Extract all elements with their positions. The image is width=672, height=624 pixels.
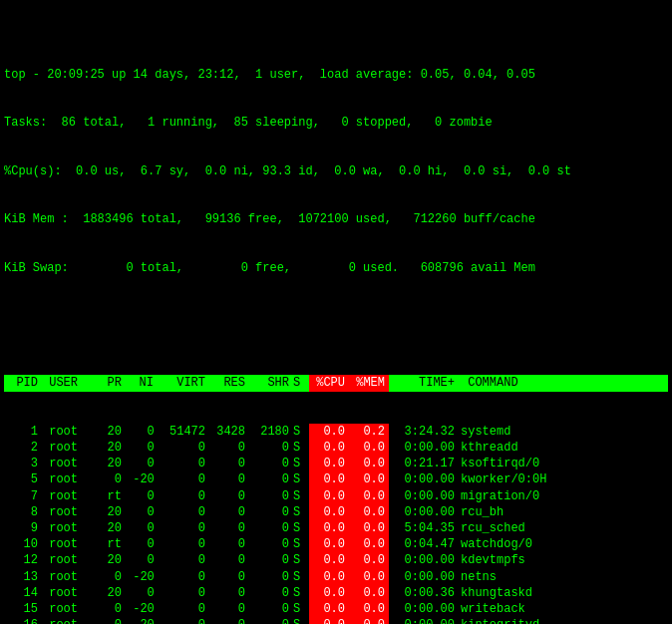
table-row: 10 rootrt 0 0 0 0S0.00.0 0:04.47watchdog…	[4, 536, 668, 552]
cell-ni: 0	[126, 424, 158, 440]
table-row: 15 root0 -20 0 0 0S0.00.0 0:00.00writeba…	[4, 601, 668, 617]
cell-cpu: 0.0	[309, 601, 349, 617]
cell-time: 0:04.47	[389, 536, 461, 552]
cell-shr: 0	[249, 520, 293, 536]
col-header-cmd: COMMAND	[461, 375, 668, 391]
cell-cmd: watchdog/0	[461, 536, 668, 552]
cell-mem: 0.0	[349, 520, 389, 536]
cell-s: S	[293, 488, 309, 504]
cell-cpu: 0.0	[309, 456, 349, 471]
cell-mem: 0.0	[349, 552, 389, 568]
table-row: 14 root20 0 0 0 0S0.00.0 0:00.36khungtas…	[4, 585, 668, 601]
col-header-ni: NI	[126, 375, 158, 391]
cell-cpu: 0.0	[309, 504, 349, 520]
cell-res: 0	[209, 504, 249, 520]
cell-pid: 14	[4, 585, 42, 601]
col-header-virt: VIRT	[158, 375, 209, 391]
cell-cpu: 0.0	[309, 536, 349, 552]
cell-s: S	[293, 456, 309, 471]
cell-mem: 0.0	[349, 617, 389, 624]
cell-time: 0:00.00	[389, 488, 461, 504]
cell-res: 0	[209, 569, 249, 585]
cell-shr: 0	[249, 488, 293, 504]
cell-res: 0	[209, 440, 249, 456]
cell-cpu: 0.0	[309, 585, 349, 601]
col-header-s: S	[293, 375, 309, 391]
cell-pr: 0	[98, 601, 126, 617]
cell-shr: 0	[249, 471, 293, 487]
cell-ni: -20	[126, 601, 158, 617]
cell-cmd: netns	[461, 569, 668, 585]
cell-mem: 0.0	[349, 601, 389, 617]
cell-time: 0:00.00	[389, 552, 461, 568]
cell-mem: 0.0	[349, 536, 389, 552]
cell-pid: 2	[4, 440, 42, 456]
cell-cmd: khungtaskd	[461, 585, 668, 601]
col-header-shr: SHR	[249, 375, 293, 391]
cell-pr: 20	[98, 585, 126, 601]
cell-user: root	[42, 440, 98, 456]
cell-cpu: 0.0	[309, 520, 349, 536]
cell-res: 0	[209, 552, 249, 568]
cell-s: S	[293, 601, 309, 617]
table-row: 1 root20 0 51472 3428 2180S0.00.2 3:24.3…	[4, 424, 668, 440]
cell-time: 3:24.32	[389, 424, 461, 440]
cell-cmd: kdevtmpfs	[461, 552, 668, 568]
cell-user: root	[42, 536, 98, 552]
cell-cpu: 0.0	[309, 569, 349, 585]
cell-virt: 0	[158, 585, 209, 601]
cell-s: S	[293, 569, 309, 585]
cell-res: 0	[209, 456, 249, 471]
cell-time: 0:00.00	[389, 504, 461, 520]
cell-virt: 0	[158, 440, 209, 456]
cell-user: root	[42, 456, 98, 471]
table-row: 3 root20 0 0 0 0S0.00.0 0:21.17ksoftirqd…	[4, 456, 668, 471]
cell-ni: 0	[126, 504, 158, 520]
cell-s: S	[293, 585, 309, 601]
cell-time: 0:00.00	[389, 440, 461, 456]
cell-ni: -20	[126, 569, 158, 585]
cell-time: 0:21.17	[389, 456, 461, 471]
cell-virt: 0	[158, 456, 209, 471]
cell-cmd: writeback	[461, 601, 668, 617]
cell-time: 0:00.00	[389, 601, 461, 617]
cell-pid: 9	[4, 520, 42, 536]
cell-ni: -20	[126, 471, 158, 487]
cell-time: 0:00.00	[389, 569, 461, 585]
cell-mem: 0.0	[349, 569, 389, 585]
cell-virt: 0	[158, 617, 209, 624]
cell-shr: 0	[249, 504, 293, 520]
cell-cpu: 0.0	[309, 488, 349, 504]
cell-pr: rt	[98, 536, 126, 552]
cell-user: root	[42, 569, 98, 585]
cell-shr: 0	[249, 536, 293, 552]
cell-virt: 0	[158, 536, 209, 552]
cell-cpu: 0.0	[309, 424, 349, 440]
cell-res: 0	[209, 585, 249, 601]
cell-mem: 0.0	[349, 456, 389, 471]
cell-user: root	[42, 585, 98, 601]
cell-cmd: systemd	[461, 424, 668, 440]
table-row: 7 rootrt 0 0 0 0S0.00.0 0:00.00migration…	[4, 488, 668, 504]
table-row: 13 root0 -20 0 0 0S0.00.0 0:00.00netns	[4, 569, 668, 585]
cell-shr: 0	[249, 601, 293, 617]
cell-user: root	[42, 471, 98, 487]
process-table: 1 root20 0 51472 3428 2180S0.00.2 3:24.3…	[4, 424, 668, 624]
table-row: 2 root20 0 0 0 0S0.00.0 0:00.00kthreadd	[4, 440, 668, 456]
cell-res: 0	[209, 520, 249, 536]
cell-virt: 0	[158, 569, 209, 585]
cell-virt: 0	[158, 552, 209, 568]
cell-res: 3428	[209, 424, 249, 440]
cell-cmd: kthreadd	[461, 440, 668, 456]
cell-cpu: 0.0	[309, 617, 349, 624]
terminal-window: top - 20:09:25 up 14 days, 23:12, 1 user…	[0, 0, 672, 624]
header-line5: KiB Swap: 0 total, 0 free, 0 used. 60879…	[4, 260, 668, 276]
cell-ni: 0	[126, 552, 158, 568]
cell-virt: 0	[158, 488, 209, 504]
cell-s: S	[293, 552, 309, 568]
cell-ni: 0	[126, 536, 158, 552]
table-row: 16 root0 -20 0 0 0S0.00.0 0:00.00kintegr…	[4, 617, 668, 624]
cell-shr: 0	[249, 552, 293, 568]
cell-cmd: kintegrityd	[461, 617, 668, 624]
cell-ni: 0	[126, 520, 158, 536]
